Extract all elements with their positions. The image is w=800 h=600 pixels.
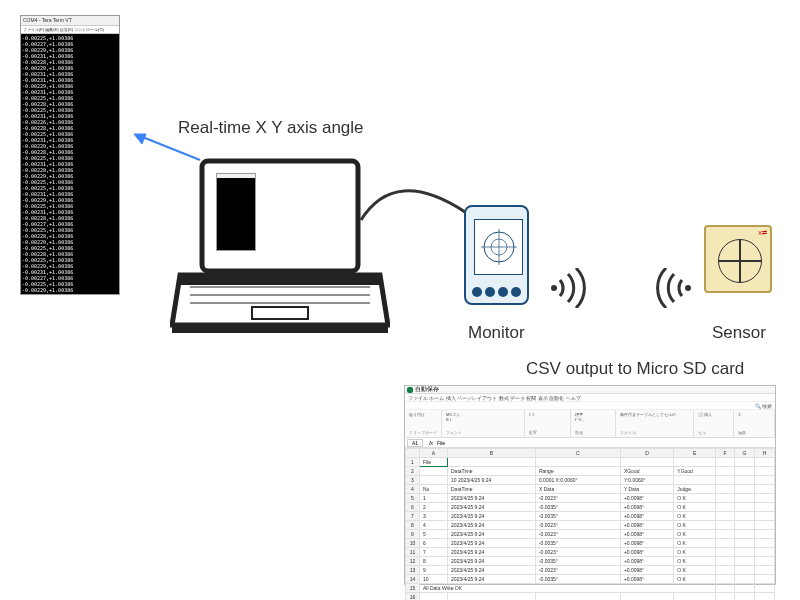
crosshair-icon [481, 229, 517, 265]
monitor-button[interactable] [511, 287, 521, 297]
cell-reference-bar[interactable]: A1 fx File [405, 438, 775, 448]
spreadsheet-toolbar[interactable]: 貼り付け クリップボード MSゴシ B I フォント ≡ ≡ 配置 標準 ¥ %… [405, 410, 775, 438]
label-sensor: Sensor [712, 323, 766, 343]
terminal-window: COM4 - Tera Term VT ファイル(F) 編集(E) 設定(S) … [20, 15, 120, 295]
spreadsheet-window: 自動保存 ファイル ホーム 挿入 ページレイアウト 数式 データ 校閲 表示 自… [404, 385, 776, 585]
svg-rect-9 [252, 307, 308, 319]
cable-icon [355, 160, 470, 230]
monitor-screen [474, 219, 523, 275]
wireless-icon [548, 268, 588, 308]
spreadsheet-titlebar: 自動保存 [405, 386, 775, 394]
terminal-body: -0.00225,+1.00386-0.00227,+1.00386-0.002… [21, 34, 119, 294]
terminal-line: -0.00229,+1.00386 [22, 287, 118, 293]
search-box[interactable]: 検索 [762, 403, 772, 409]
monitor-button[interactable] [485, 287, 495, 297]
monitor-button[interactable] [498, 287, 508, 297]
terminal-titlebar: COM4 - Tera Term VT [21, 16, 119, 26]
spreadsheet-title: 自動保存 [415, 385, 439, 394]
spreadsheet-menubar[interactable]: ファイル ホーム 挿入 ページレイアウト 数式 データ 校閲 表示 自動化 ヘル… [405, 394, 775, 402]
wireless-icon [654, 268, 694, 308]
svg-point-17 [551, 285, 557, 291]
terminal-menubar: ファイル(F) 編集(E) 設定(S) コントロール(O) [21, 26, 119, 34]
monitor-button[interactable] [472, 287, 482, 297]
svg-marker-1 [134, 134, 146, 144]
label-csv-output: CSV output to Micro SD card [526, 359, 744, 379]
sensor-device: X⇄ [704, 225, 772, 293]
svg-point-18 [685, 285, 691, 291]
spreadsheet-grid[interactable]: ABCDEFGH1File2DataTimeRangeXGoodYGood310… [405, 448, 775, 600]
label-monitor: Monitor [468, 323, 525, 343]
svg-rect-8 [172, 327, 388, 333]
sensor-corner-label: X⇄ [758, 229, 767, 236]
monitor-device [464, 205, 529, 305]
